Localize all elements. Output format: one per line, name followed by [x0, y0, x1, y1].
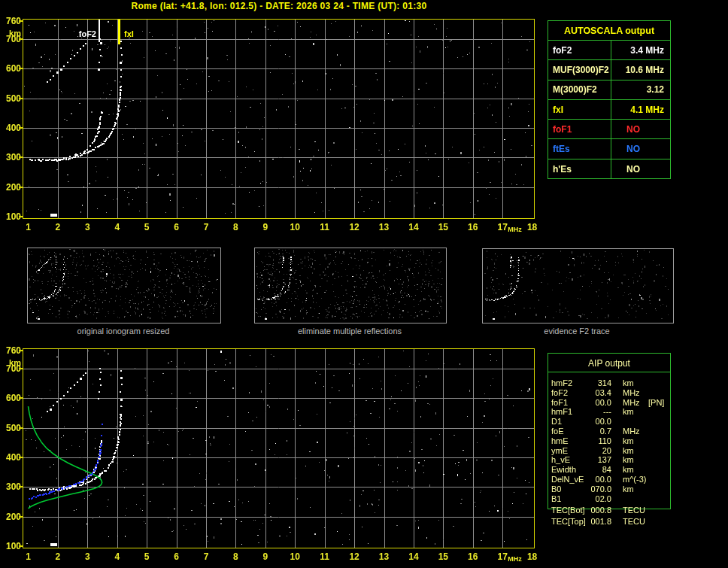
aip-row-value: 00.0: [576, 475, 611, 484]
aip-row-foe: foE0.7MHz: [548, 427, 671, 436]
x-tick-label: 15: [438, 222, 448, 232]
x-tick-label: 11: [320, 222, 329, 232]
x-tick-label: 16: [468, 551, 478, 562]
x-tick-label: 15: [438, 551, 448, 562]
thumbnail-no-multiples-caption: eliminate multiple reflections: [298, 327, 402, 336]
autoscala-row-fof2: foF23.4 MHz: [548, 41, 670, 60]
aip-row-label: hmE: [551, 436, 569, 445]
aip-row-unit: km: [623, 407, 634, 416]
aip-row-unit: km: [623, 455, 634, 464]
aip-row-value: 03.4: [576, 388, 611, 397]
y-tick-label: 600: [1, 63, 21, 74]
x-tick-label: 7: [204, 222, 209, 232]
y-tick-label: 700: [1, 363, 21, 374]
x-tick-label: 2: [56, 222, 61, 232]
aip-row-value: 110: [576, 436, 611, 445]
autoscala-row-value: NO: [611, 120, 670, 138]
x-tick-label: 4: [114, 222, 120, 232]
bottom-ionogram-canvas: [23, 349, 534, 548]
autoscala-app-window: Rome (lat: +41.8, lon: 012.5) - DATE: 20…: [0, 0, 728, 568]
x-tick-label: 7: [204, 551, 209, 562]
aip-row-hmf1: hmF1---km: [548, 407, 671, 417]
autoscala-table-rows: foF23.4 MHzMUF(3000)F210.6 MHzM(3000)F23…: [548, 41, 670, 179]
x-tick-label: 18: [527, 551, 537, 562]
aip-row-unit: MHz: [623, 398, 640, 407]
aip-row-label: foF2: [551, 388, 568, 397]
y-tick-label: 760: [1, 345, 21, 356]
aip-row-label: Ewidth: [551, 465, 576, 474]
y-tick-label: 760: [1, 16, 21, 26]
x-tick-label: 9: [263, 551, 268, 562]
y-tick-label: 200: [1, 182, 21, 193]
x-tick-label: 12: [349, 551, 359, 562]
fof2-marker-label: foF2: [68, 29, 96, 38]
aip-row-label: foE: [551, 427, 564, 436]
y-tick-label: 400: [1, 123, 21, 133]
y-tick-label: 100: [1, 211, 21, 222]
autoscala-row-value: 10.6 MHz: [611, 60, 670, 79]
aip-row-value: 137: [576, 455, 611, 464]
aip-table-header: AIP output: [548, 354, 671, 372]
y-tick-label: 300: [1, 481, 21, 492]
x-axis-unit: MHz: [508, 555, 522, 563]
x-tick-label: 6: [174, 551, 179, 562]
y-tick-label: 200: [1, 512, 21, 522]
x-tick-label: 14: [408, 551, 418, 562]
aip-row-tec-top-: TEC[Top]001.8TECU: [548, 517, 671, 527]
x-tick-label: 1: [26, 551, 31, 562]
x-tick-label: 1: [26, 222, 31, 232]
x-tick-label: 14: [408, 222, 418, 232]
aip-table-rows: hmF2314kmfoF203.4MHzfoF100.0MHz[PN]hmF1-…: [548, 378, 671, 526]
y-axis-unit: km: [1, 358, 21, 367]
aip-row-unit: m^(-3): [623, 475, 646, 484]
y-tick-label: 400: [1, 452, 21, 463]
aip-row-fof2: foF203.4MHz: [548, 388, 671, 398]
x-tick-label: 10: [290, 222, 300, 232]
aip-row-value: ---: [576, 407, 611, 416]
y-tick-label: 700: [1, 34, 21, 44]
autoscala-row-value: 4.1 MHz: [611, 100, 670, 119]
y-tick-label: 100: [1, 541, 21, 551]
autoscala-row-label: foF2: [548, 41, 611, 59]
autoscala-row-m-3000-f2: M(3000)F23.12: [548, 80, 670, 100]
x-tick-label: 3: [85, 222, 90, 232]
aip-row-unit: MHz: [623, 388, 640, 397]
aip-row-label: ymE: [551, 446, 568, 455]
fof2-marker-line: [99, 20, 100, 42]
aip-row-deln-ve: DelN_vE00.0m^(-3): [548, 475, 671, 484]
aip-row-unit: km: [623, 436, 634, 445]
aip-row-unit: km: [623, 446, 634, 455]
x-tick-label: 16: [468, 222, 478, 232]
fxi-marker-label: fxI: [124, 29, 134, 38]
aip-row-value: 00.0: [576, 398, 611, 407]
aip-row-fof1: foF100.0MHz[PN]: [548, 398, 671, 408]
top-ionogram-canvas: [23, 20, 534, 218]
y-tick-label: 300: [1, 152, 21, 163]
x-tick-label: 18: [527, 222, 537, 232]
x-tick-label: 10: [290, 551, 300, 562]
thumbnail-f2-trace: [482, 248, 674, 323]
autoscala-row-label: M(3000)F2: [548, 80, 611, 99]
autoscala-row-fof1: foF1NO: [548, 120, 670, 139]
autoscala-row-value: 3.12: [611, 80, 670, 99]
aip-row-value: 02.0: [576, 494, 611, 503]
station-date-time-title: Rome (lat: +41.8, lon: 012.5) - DATE: 20…: [23, 1, 535, 11]
autoscala-row-label: ftEs: [548, 139, 611, 158]
x-axis-unit: MHz: [508, 226, 522, 233]
y-tick-label: 600: [1, 393, 21, 403]
x-tick-label: 11: [320, 551, 329, 562]
y-tick-label: 500: [1, 423, 21, 433]
aip-row-extra: [PN]: [648, 398, 664, 407]
aip-row-value: 0.7: [576, 427, 611, 436]
y-tick-label: 500: [1, 93, 21, 104]
autoscala-row-muf-3000-f2: MUF(3000)F210.6 MHz: [548, 60, 670, 80]
thumbnail-f2-trace-canvas: [483, 249, 672, 321]
x-tick-label: 13: [379, 551, 389, 562]
x-tick-label: 6: [174, 222, 179, 232]
thumbnail-original-caption: original ionogram resized: [77, 327, 170, 336]
aip-row-label: B0: [551, 484, 561, 494]
aip-row-unit: TECU: [623, 517, 645, 526]
x-tick-label: 3: [85, 551, 90, 562]
aip-row-unit: km: [623, 378, 634, 387]
thumbnail-no-multiples: [254, 248, 447, 323]
